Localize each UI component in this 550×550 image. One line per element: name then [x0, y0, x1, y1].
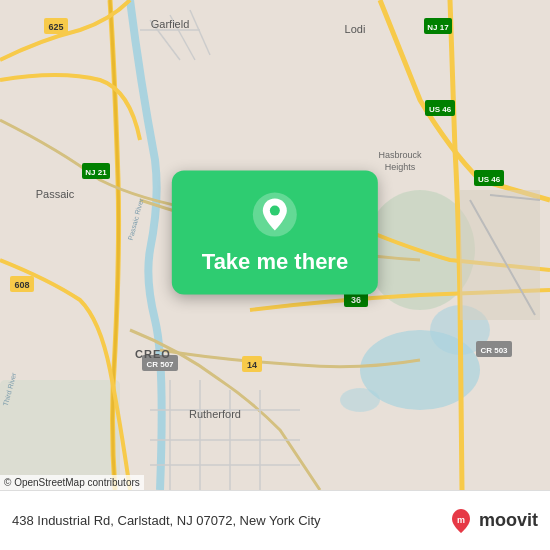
svg-point-3 — [340, 388, 380, 412]
svg-text:14: 14 — [247, 360, 257, 370]
creo-label: CREO — [135, 348, 171, 360]
svg-rect-5 — [0, 380, 120, 490]
svg-text:NJ 21: NJ 21 — [85, 168, 107, 177]
svg-text:Garfield: Garfield — [151, 18, 190, 30]
svg-text:CR 503: CR 503 — [480, 346, 508, 355]
svg-text:US 46: US 46 — [429, 105, 452, 114]
moovit-text: moovit — [479, 510, 538, 531]
svg-text:625: 625 — [48, 22, 63, 32]
svg-text:Passaic: Passaic — [36, 188, 75, 200]
svg-text:Rutherford: Rutherford — [189, 408, 241, 420]
map-container: 625 NJ 21 NJ 17 US 46 US 46 608 CR 507 1… — [0, 0, 550, 490]
address-label: 438 Industrial Rd, Carlstadt, NJ 07072, … — [12, 513, 447, 528]
take-me-there-label: Take me there — [202, 249, 348, 275]
svg-text:608: 608 — [14, 280, 29, 290]
svg-text:CR 507: CR 507 — [146, 360, 174, 369]
bottom-bar: 438 Industrial Rd, Carlstadt, NJ 07072, … — [0, 490, 550, 550]
svg-text:36: 36 — [351, 295, 361, 305]
moovit-logo: m moovit — [447, 507, 538, 535]
svg-text:m: m — [457, 515, 465, 525]
location-pin-icon — [251, 191, 299, 239]
svg-point-49 — [270, 206, 280, 216]
take-me-there-button[interactable]: Take me there — [172, 171, 378, 295]
svg-text:Hasbrouck: Hasbrouck — [378, 150, 422, 160]
map-attribution: © OpenStreetMap contributors — [0, 475, 144, 490]
svg-text:Lodi: Lodi — [345, 23, 366, 35]
moovit-icon: m — [447, 507, 475, 535]
svg-text:Heights: Heights — [385, 162, 416, 172]
svg-text:NJ 17: NJ 17 — [427, 23, 449, 32]
svg-text:US 46: US 46 — [478, 175, 501, 184]
